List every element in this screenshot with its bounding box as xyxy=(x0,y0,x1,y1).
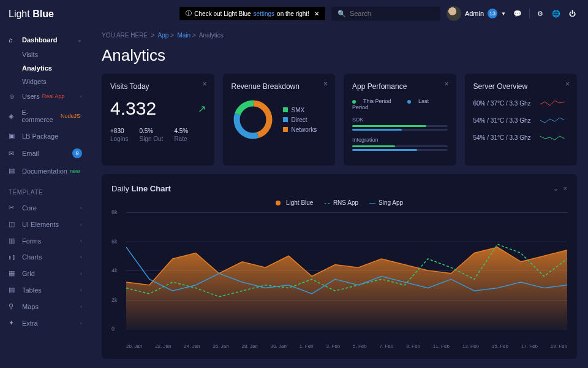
close-icon[interactable]: × xyxy=(202,80,206,88)
form-icon: ▥ xyxy=(9,237,17,245)
brand-logo[interactable]: Light Blue xyxy=(0,9,91,32)
page-title: Analytics xyxy=(102,46,577,65)
search-box[interactable]: 🔍 xyxy=(331,7,440,21)
diamond-icon: ◈ xyxy=(9,112,17,120)
nav-email[interactable]: ✉ Email 9 xyxy=(0,144,91,163)
card-revenue: × Revenue Breakdown SMX Direct Networks xyxy=(223,74,336,166)
revenue-legend: SMX Direct Networks xyxy=(283,104,317,136)
chevron-down-icon: ▼ xyxy=(501,11,506,17)
donut-chart xyxy=(232,98,274,141)
power-icon[interactable]: ⏻ xyxy=(568,9,577,18)
close-icon[interactable]: × xyxy=(564,185,567,193)
nav-tables[interactable]: ▤Tables‹ xyxy=(0,282,91,298)
chevron-left-icon: ‹ xyxy=(80,93,82,99)
nav-charts[interactable]: ⫾⫿Charts‹ xyxy=(0,249,91,265)
nav-maps[interactable]: ⚲Maps‹ xyxy=(0,298,91,315)
search-input[interactable] xyxy=(350,10,434,17)
chart-legend: Light Blue - -RNS App —Sing App xyxy=(111,199,567,206)
close-icon[interactable]: × xyxy=(444,80,448,88)
globe-icon[interactable]: 🌐 xyxy=(551,9,562,19)
nav-ecommerce[interactable]: ◈ E-commerceNodeJS ‹ xyxy=(0,104,91,128)
user-icon: ☺ xyxy=(9,93,17,100)
nav-sub-analytics[interactable]: Analytics xyxy=(0,61,91,75)
nav-dashboard[interactable]: ⌂ Dashboard ⌄ xyxy=(0,32,91,48)
info-icon: ⓘ xyxy=(186,9,192,18)
alert-link[interactable]: settings xyxy=(254,10,274,17)
line-chart: 02k4k6k8k xyxy=(111,212,567,341)
nav-sub-widgets[interactable]: Widgets xyxy=(0,75,91,88)
tools-icon: ✂ xyxy=(9,204,17,212)
card-performance: × App Perfomance This Period Last Period… xyxy=(344,74,456,166)
nav-users[interactable]: ☺ UsersReal App ‹ xyxy=(0,88,91,104)
user-menu[interactable]: Admin 13 ▼ xyxy=(447,6,506,21)
mail-icon: ✉ xyxy=(9,150,17,158)
nav-documentation[interactable]: ▤ Documentationnew xyxy=(0,163,91,179)
breadcrumb: YOU ARE HERE > App > Main > Analytics xyxy=(102,27,577,44)
package-icon: ▣ xyxy=(9,132,17,140)
layers-icon: ◫ xyxy=(9,220,17,228)
chart-icon: ⫾⫿ xyxy=(9,253,17,261)
map-icon: ⚲ xyxy=(9,302,17,310)
search-icon: 🔍 xyxy=(337,10,346,18)
grid-icon: ▦ xyxy=(9,269,17,277)
email-badge: 9 xyxy=(72,148,82,158)
perf-legend: This Period Last Period xyxy=(352,98,448,110)
nav-forms[interactable]: ▥Forms‹ xyxy=(0,232,91,249)
chevron-down-icon: ⌄ xyxy=(77,37,82,43)
trend-up-icon: ↗ xyxy=(198,103,206,115)
nav-section-template: TEMPLATE xyxy=(0,179,91,199)
nav-core[interactable]: ✂Core‹ xyxy=(0,199,91,216)
close-icon[interactable]: × xyxy=(323,80,328,88)
crumb-app[interactable]: App xyxy=(157,32,168,39)
top-alert: ⓘ Check out Light Blue settings on the r… xyxy=(179,7,325,20)
nav-ui[interactable]: ◫UI Elements‹ xyxy=(0,216,91,232)
home-icon: ⌂ xyxy=(9,36,17,44)
chat-icon[interactable]: 💬 xyxy=(512,9,523,19)
card-visits: × Visits Today 4.332↗ +830Logins 0.5%Sig… xyxy=(102,74,214,166)
chart-collapse-icon[interactable]: ⌄ xyxy=(553,185,559,193)
close-icon[interactable]: × xyxy=(565,80,570,88)
doc-icon: ▤ xyxy=(9,167,17,175)
visits-value: 4.332 xyxy=(110,98,156,118)
star-icon: ✦ xyxy=(9,319,17,327)
nav-lbpackage[interactable]: ▣ LB Package xyxy=(0,128,91,144)
table-icon: ▤ xyxy=(9,286,17,294)
user-badge: 13 xyxy=(488,9,497,18)
nav-extra[interactable]: ✦Extra‹ xyxy=(0,315,91,331)
chevron-left-icon: ‹ xyxy=(80,113,82,119)
avatar xyxy=(447,6,461,21)
card-server: × Server Overview 60% / 37°C / 3.3 Ghz 5… xyxy=(465,74,578,166)
nav-grid[interactable]: ▦Grid‹ xyxy=(0,265,91,282)
nav-sub-visits[interactable]: Visits xyxy=(0,48,91,61)
card-daily-chart: Daily Line Chart ⌄ × Light Blue - -RNS A… xyxy=(102,174,577,359)
gear-icon[interactable]: ⚙ xyxy=(536,9,545,19)
close-icon[interactable]: ✕ xyxy=(314,10,319,17)
crumb-main[interactable]: Main xyxy=(177,32,190,39)
